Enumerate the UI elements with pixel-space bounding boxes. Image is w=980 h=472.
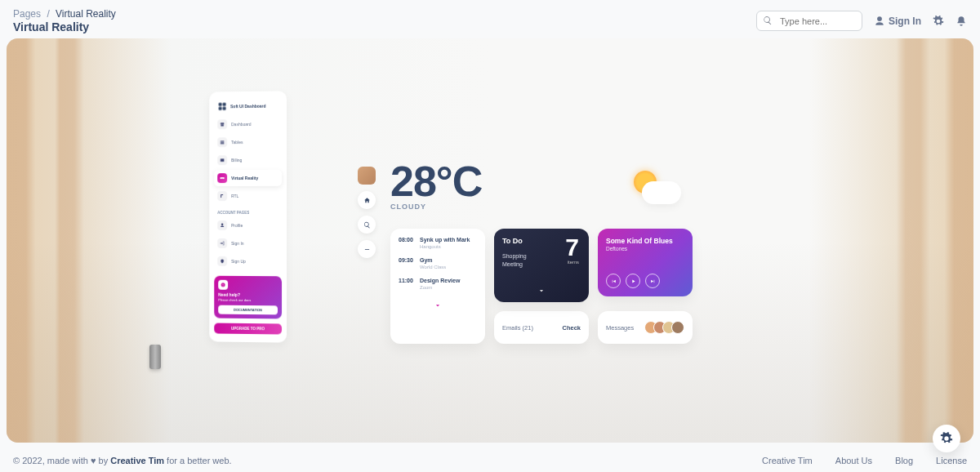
copyright-suffix: for a better web. [167,456,232,465]
sidebar-item-label: Sign In [231,241,244,246]
todo-count: 7 [565,234,579,261]
copyright-mid: by [99,456,111,465]
rtl-icon [217,191,227,201]
svg-rect-1 [223,103,226,106]
help-card: Need help? Please check our docs DOCUMEN… [214,276,282,319]
vr-canvas: Soft UI Dashboard DashboardTablesBilling… [7,38,973,443]
shop-icon [217,119,227,129]
home-icon [363,197,371,204]
avatar[interactable] [358,167,376,185]
breadcrumb: Pages / Virtual Reality [13,8,116,20]
gear-icon [940,432,953,445]
sidebar-item-virtual-reality[interactable]: Virtual Reality [214,170,282,186]
messages-card[interactable]: Messages [598,311,693,344]
schedule-task: Design Review [420,278,460,283]
sidebar-item-profile[interactable]: Profile [214,217,282,234]
help-title: Need help? [218,292,278,298]
cloud-icon [642,181,681,204]
svg-rect-3 [223,107,226,110]
footer-link-blog[interactable]: Blog [895,456,913,465]
sidebar-item-billing[interactable]: Billing [214,152,282,169]
messages-label: Messages [606,324,634,332]
next-button[interactable] [645,274,660,288]
play-button[interactable] [626,274,640,288]
breadcrumb-sep: / [47,8,49,20]
search-button[interactable] [358,216,376,234]
sidebar-item-tables[interactable]: Tables [214,134,282,151]
schedule-location: Zoom [420,285,460,290]
chevron-down-icon [537,287,546,295]
billing-icon [217,155,227,165]
footer-link-about-us[interactable]: About Us [835,456,872,465]
track-title: Some Kind Of Blues [606,237,684,245]
copyright-prefix: © 2022, made with [13,456,91,465]
schedule-time: 09:30 [399,257,415,269]
signup-icon [217,256,227,266]
help-icon [218,280,228,290]
minus-icon [363,246,371,253]
documentation-button[interactable]: DOCUMENTATION [218,305,278,315]
sidebar-item-sign-in[interactable]: Sign In [214,235,282,252]
schedule-time: 11:00 [399,278,415,290]
sidebar-item-label: Billing [231,158,242,163]
schedule-row[interactable]: 09:30GymWorld Class [399,257,477,269]
avatar-4 [671,321,684,334]
sidebar-item-label: Tables [231,140,243,145]
schedule-row[interactable]: 11:00Design ReviewZoom [399,278,477,290]
settings-fab[interactable] [933,425,960,452]
page-title: Virtual Reality [13,20,116,33]
temperature: 28°C [390,157,482,206]
svg-rect-4 [364,249,368,250]
home-button[interactable] [358,191,376,209]
profile-icon [217,220,227,230]
chevron-down-icon [434,301,442,309]
search-icon [363,221,371,229]
help-subtitle: Please check our docs [218,298,278,303]
footer-link-license[interactable]: License [936,456,967,465]
svg-rect-2 [219,107,222,110]
heart-icon: ♥ [91,456,96,465]
prev-button[interactable] [606,274,621,288]
sidebar-item-rtl[interactable]: RTL [214,188,282,204]
sidebar-item-label: RTL [231,194,238,198]
footer-link-creative-tim[interactable]: Creative Tim [762,456,813,465]
search-icon [763,16,773,25]
music-player-card: Some Kind Of Blues Deftones [598,229,693,296]
todo-items-label: items [568,260,579,265]
breadcrumb-current: Virtual Reality [56,8,116,20]
track-artist: Deftones [606,246,684,252]
schedule-expand[interactable] [399,298,477,313]
weather-illustration [619,167,684,212]
emails-card: Emails (21) Check [494,311,589,344]
brand-logo-icon [217,101,227,111]
next-icon [650,278,656,284]
sidebar: Soft UI Dashboard DashboardTablesBilling… [209,91,287,342]
settings-icon[interactable] [933,16,944,27]
schedule-row[interactable]: 08:00Synk up with MarkHangouts [399,237,477,249]
signin-link[interactable]: Sign In [874,16,921,27]
schedule-task: Gym [420,257,446,263]
door-hinge [149,345,161,369]
sidebar-item-label: Virtual Reality [231,176,258,180]
bell-icon[interactable] [956,16,967,27]
sidebar-item-dashboard[interactable]: Dashboard [214,116,282,133]
footer: © 2022, made with ♥ by Creative Tim for … [0,449,980,472]
footer-brand-link[interactable]: Creative Tim [110,456,164,465]
breadcrumb-root[interactable]: Pages [13,8,41,20]
sidebar-item-label: Sign Up [231,259,246,264]
search-field[interactable] [756,11,862,31]
schedule-location: Hangouts [420,244,470,249]
upgrade-button[interactable]: UPGRADE TO PRO [214,323,282,335]
weather-widget: 28°C CLOUDY [390,157,482,211]
svg-rect-0 [219,103,222,106]
minimize-button[interactable] [358,240,376,258]
prev-icon [611,278,617,284]
sidebar-item-sign-up[interactable]: Sign Up [214,253,282,269]
emails-label: Emails (21) [502,324,533,332]
todo-expand[interactable] [537,283,546,298]
emails-check-link[interactable]: Check [562,324,581,332]
schedule-card: 08:00Synk up with MarkHangouts09:30GymWo… [390,229,485,344]
sidebar-item-label: Profile [231,223,243,228]
todo-card[interactable]: To Do 7 items ShoppingMeeting [494,229,589,302]
brand-title: Soft UI Dashboard [230,104,266,109]
